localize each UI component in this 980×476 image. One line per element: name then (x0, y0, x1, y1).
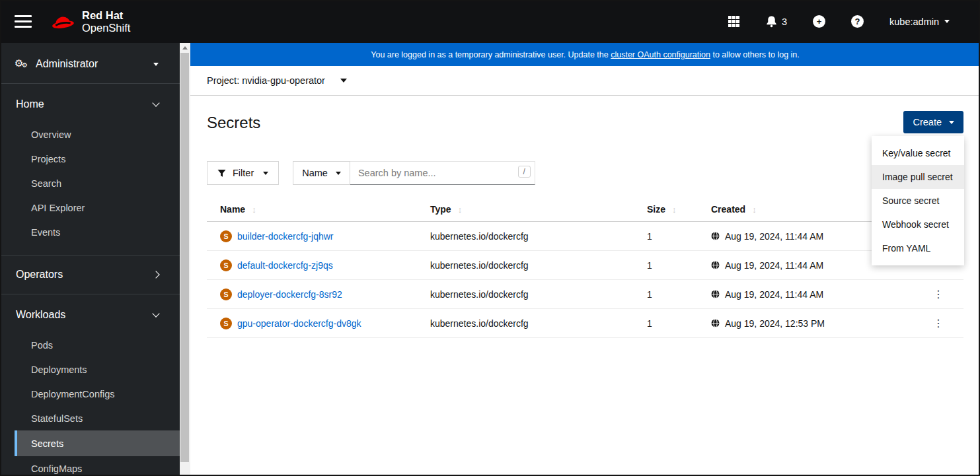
section-label: Operators (16, 269, 63, 281)
brand-line1: Red Hat (82, 9, 130, 22)
question-circle-icon: ? (851, 15, 864, 28)
sort-icon: ↕ (672, 205, 677, 215)
secret-link[interactable]: deployer-dockercfg-8sr92 (237, 289, 342, 300)
kebab-menu[interactable]: ⋮ (929, 318, 948, 329)
secret-link[interactable]: builder-dockercfg-jqhwr (237, 231, 334, 242)
quick-create-button[interactable]: + (813, 15, 825, 28)
sidebar-item-pods[interactable]: Pods (0, 333, 180, 357)
sidebar-item-deployments[interactable]: Deployments (0, 357, 180, 382)
column-header-name[interactable]: Name↕ (207, 204, 417, 215)
sidebar-item-deploymentconfigs[interactable]: DeploymentConfigs (0, 382, 180, 406)
scrollbar-thumb[interactable] (180, 53, 189, 462)
sidebar-section-operators[interactable]: Operators (0, 255, 180, 294)
perspective-switcher[interactable]: ⚙⚙ Administrator (0, 43, 180, 84)
caret-down-icon (263, 172, 268, 175)
secret-badge: S (220, 230, 232, 242)
masthead: Red Hat OpenShift 3 + ? kube:ad (0, 0, 980, 43)
sidebar-item-api-explorer[interactable]: API Explorer (0, 195, 180, 220)
sidebar-item-secrets[interactable]: Secrets (15, 430, 180, 456)
chevron-down-icon (152, 99, 159, 106)
redhat-fedora-icon (50, 12, 76, 32)
sidebar-item-events[interactable]: Events (0, 220, 180, 244)
sidebar-item-configmaps[interactable]: ConfigMaps (0, 456, 180, 476)
secret-link[interactable]: gpu-operator-dockercfg-dv8gk (237, 318, 361, 329)
sidebar-scrollbar (180, 43, 190, 476)
create-button[interactable]: Create (903, 111, 963, 133)
project-caret-down-icon[interactable] (340, 79, 347, 83)
table-row: Sdefault-dockercfg-zj9qs kubernetes.io/d… (207, 251, 963, 280)
sort-icon: ↕ (752, 205, 757, 215)
app-window: Red Hat OpenShift 3 + ? kube:ad (0, 0, 980, 476)
table-row: Sgpu-operator-dockercfg-dv8gk kubernetes… (207, 309, 963, 338)
project-label: Project: (207, 75, 239, 86)
login-notice-banner: You are logged in as a temporary adminis… (190, 43, 980, 66)
app-launcher-grid-icon (728, 16, 739, 27)
scrollbar-up-button[interactable] (180, 43, 190, 53)
secret-badge: S (220, 318, 232, 329)
hamburger-menu-icon[interactable] (15, 15, 32, 28)
perspective-label: Administrator (36, 58, 98, 70)
search-shortcut-hint: / (518, 166, 531, 178)
filter-funnel-icon (217, 169, 226, 178)
column-header-size[interactable]: Size↕ (634, 204, 698, 215)
menu-item-source-secret[interactable]: Source secret (872, 189, 964, 213)
caret-down-icon (153, 63, 159, 66)
secret-link[interactable]: default-dockercfg-zj9qs (237, 260, 333, 271)
secrets-table: Name↕ Type↕ Size↕ Created↕ Sbuilder-dock… (207, 197, 963, 338)
cluster-oauth-configuration-link[interactable]: cluster OAuth configuration (611, 50, 710, 59)
secret-type: kubernetes.io/dockercfg (417, 289, 634, 300)
banner-text-after: to allow others to log in. (710, 50, 800, 59)
secret-size: 1 (634, 231, 698, 242)
globe-icon (711, 290, 720, 298)
sort-icon: ↕ (252, 205, 256, 215)
secret-badge: S (220, 259, 232, 271)
redhat-openshift-logo: Red Hat OpenShift (50, 9, 130, 34)
sidebar-section-home[interactable]: Home (0, 84, 180, 118)
filter-toolbar: Filter Name / (207, 161, 963, 185)
menu-item-from-yaml[interactable]: From YAML (872, 236, 964, 260)
page-content: Secrets Create Key/value secret Image pu… (190, 96, 980, 476)
search-attribute-dropdown[interactable]: Name (293, 161, 350, 185)
notifications-button[interactable]: 3 (765, 15, 787, 28)
chevron-down-icon (152, 310, 159, 317)
section-label: Workloads (16, 309, 65, 321)
sidebar-item-statefulsets[interactable]: StatefulSets (0, 406, 180, 430)
section-label: Home (16, 98, 44, 110)
sidebar-item-overview[interactable]: Overview (0, 122, 180, 147)
user-menu[interactable]: kube:admin (889, 17, 950, 27)
globe-icon (711, 319, 720, 327)
kebab-menu[interactable]: ⋮ (929, 289, 948, 300)
column-header-type[interactable]: Type↕ (417, 204, 634, 215)
caret-down-icon (949, 121, 954, 124)
bell-icon (765, 15, 778, 28)
secret-type: kubernetes.io/dockercfg (417, 231, 634, 242)
chevron-right-icon (152, 271, 159, 278)
secret-created: Aug 19, 2024, 12:53 PM (698, 318, 923, 329)
notification-count: 3 (782, 17, 787, 27)
menu-item-key-value-secret[interactable]: Key/value secret (872, 141, 964, 165)
sidebar-item-projects[interactable]: Projects (0, 147, 180, 171)
sort-icon: ↕ (458, 205, 463, 215)
secret-type: kubernetes.io/dockercfg (417, 260, 634, 271)
project-value: nvidia-gpu-operator (242, 75, 325, 86)
sidebar-section-workloads[interactable]: Workloads (0, 294, 180, 329)
sidebar-nav: ⚙⚙ Administrator Home Overview Projects … (0, 43, 180, 476)
main-area: You are logged in as a temporary adminis… (190, 43, 980, 476)
search-input[interactable] (350, 161, 535, 185)
menu-item-webhook-secret[interactable]: Webhook secret (872, 213, 964, 236)
table-header-row: Name↕ Type↕ Size↕ Created↕ (207, 197, 963, 222)
plus-circle-icon: + (813, 15, 825, 28)
username: kube:admin (889, 17, 939, 27)
secret-size: 1 (634, 289, 698, 300)
page-title: Secrets (207, 114, 963, 132)
secret-badge: S (220, 289, 232, 300)
table-row: Sdeployer-dockercfg-8sr92 kubernetes.io/… (207, 280, 963, 309)
banner-text-before: You are logged in as a temporary adminis… (371, 50, 611, 59)
secret-created: Aug 19, 2024, 11:44 AM (698, 289, 923, 300)
app-launcher-button[interactable] (728, 16, 739, 27)
help-button[interactable]: ? (851, 15, 864, 28)
menu-item-image-pull-secret[interactable]: Image pull secret (872, 165, 964, 189)
secret-type: kubernetes.io/dockercfg (417, 318, 634, 329)
sidebar-item-search[interactable]: Search (0, 171, 180, 195)
filter-dropdown-button[interactable]: Filter (207, 161, 279, 185)
